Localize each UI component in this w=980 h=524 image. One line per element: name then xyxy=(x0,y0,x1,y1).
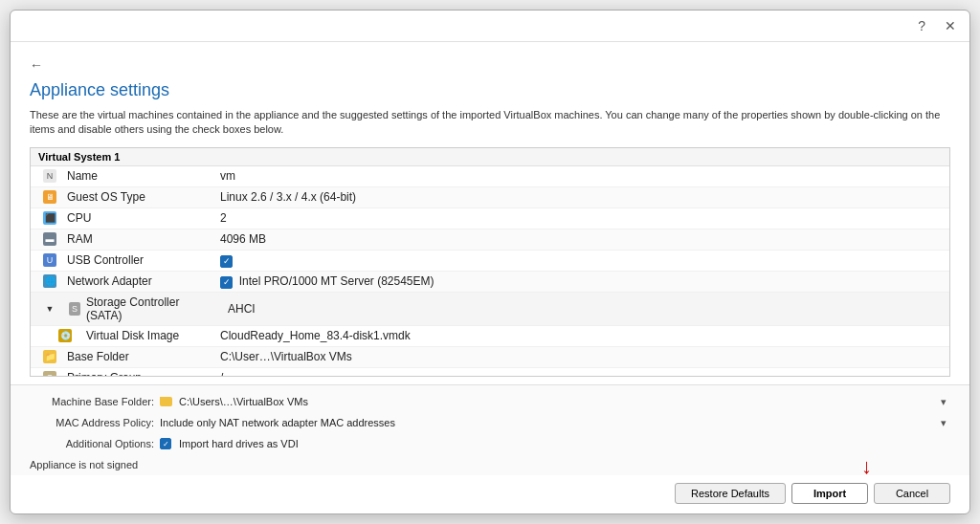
table-row[interactable]: N Name vm xyxy=(31,166,949,187)
row-value: ✓ Intel PRO/1000 MT Server (82545EM) xyxy=(214,272,949,292)
import-arrow-indicator: ↓ xyxy=(861,456,872,477)
group-icon: G xyxy=(31,371,61,377)
group-header: Virtual System 1 xyxy=(31,148,949,166)
row-value: CloudReady_Home_83.4-disk1.vmdk xyxy=(214,326,949,345)
content-area: ← Appliance settings These are the virtu… xyxy=(11,42,969,384)
usb-checkbox[interactable]: ✓ xyxy=(220,255,233,268)
group-header-label: Virtual System 1 xyxy=(38,151,120,163)
row-value: AHCI xyxy=(222,299,949,318)
os-icon: 🖥 xyxy=(31,190,61,204)
main-window: ? ✕ ← Appliance settings These are the v… xyxy=(10,10,970,514)
row-value: Linux 2.6 / 3.x / 4.x (64-bit) xyxy=(214,187,949,207)
row-label: Network Adapter xyxy=(61,272,214,291)
disk-icon: 💿 xyxy=(31,329,80,342)
row-label: CPU xyxy=(61,208,214,228)
row-label: Virtual Disk Image xyxy=(80,326,214,345)
row-label: Storage Controller (SATA) xyxy=(80,293,222,325)
description-text: These are the virtual machines contained… xyxy=(30,108,950,138)
bottom-panel: Machine Base Folder: C:\Users\…\VirtualB… xyxy=(11,384,969,475)
row-label: Primary Group xyxy=(61,368,214,377)
unsigned-row: Appliance is not signed xyxy=(30,454,950,475)
restore-defaults-button[interactable]: Restore Defaults xyxy=(675,483,786,504)
table-row[interactable]: ▼ S Storage Controller (SATA) AHCI xyxy=(31,293,949,326)
table-row[interactable]: G Primary Group / xyxy=(31,368,949,377)
table-row[interactable]: ▬ RAM 4096 MB xyxy=(31,229,949,251)
additional-options-row: Additional Options: ✓ Import hard drives… xyxy=(30,433,950,454)
table-row[interactable]: 📁 Base Folder C:\User…\VirtualBox VMs xyxy=(31,347,949,368)
base-folder-label: Machine Base Folder: xyxy=(30,396,154,407)
network-icon: 🌐 xyxy=(31,274,61,288)
ram-icon: ▬ xyxy=(31,232,61,246)
cpu-icon: ⬛ xyxy=(31,211,61,225)
dropdown-arrow-icon: ▾ xyxy=(941,396,947,408)
base-folder-value[interactable]: C:\Users\…\VirtualBox VMs ▾ xyxy=(160,396,950,408)
table-row[interactable]: U USB Controller ✓ xyxy=(31,251,949,272)
close-icon[interactable]: ✕ xyxy=(941,16,960,35)
title-bar: ? ✕ xyxy=(11,11,969,42)
options-label: Additional Options: xyxy=(30,438,154,449)
cancel-button[interactable]: Cancel xyxy=(874,483,950,504)
mac-label: MAC Address Policy: xyxy=(30,417,154,428)
footer-buttons: ↓ Restore Defaults Import Cancel xyxy=(11,475,969,513)
mac-dropdown-arrow-icon: ▾ xyxy=(941,417,947,429)
settings-table: Virtual System 1 N Name vm 🖥 Guest OS Ty… xyxy=(30,147,950,377)
table-row[interactable]: 🌐 Network Adapter ✓ Intel PRO/1000 MT Se… xyxy=(31,272,949,293)
row-value: / xyxy=(214,368,949,377)
page-title: Appliance settings xyxy=(30,80,950,100)
storage-icon: S xyxy=(61,302,80,316)
row-label: RAM xyxy=(61,229,214,249)
folder-icon: 📁 xyxy=(31,350,61,363)
row-label: USB Controller xyxy=(61,251,214,270)
back-arrow-icon: ← xyxy=(30,57,43,73)
storage-expand-icon: ▼ xyxy=(31,304,61,314)
base-folder-row: Machine Base Folder: C:\Users\…\VirtualB… xyxy=(30,391,950,412)
usb-icon: U xyxy=(31,253,61,267)
table-row[interactable]: 💿 Virtual Disk Image CloudReady_Home_83.… xyxy=(31,326,949,347)
row-value: vm xyxy=(214,166,949,186)
base-folder-icon xyxy=(160,397,172,406)
row-label: Guest OS Type xyxy=(61,187,214,207)
back-nav[interactable]: ← xyxy=(30,57,950,73)
row-value: ✓ xyxy=(214,251,949,271)
import-button[interactable]: Import xyxy=(791,483,868,504)
table-row[interactable]: 🖥 Guest OS Type Linux 2.6 / 3.x / 4.x (6… xyxy=(31,187,949,208)
name-icon: N xyxy=(31,169,61,183)
row-value: 2 xyxy=(214,208,949,228)
unsigned-text: Appliance is not signed xyxy=(30,456,138,473)
row-label: Name xyxy=(61,166,214,186)
net-checkbox[interactable]: ✓ xyxy=(220,276,233,289)
mac-value[interactable]: Include only NAT network adapter MAC add… xyxy=(160,417,950,429)
mac-policy-row: MAC Address Policy: Include only NAT net… xyxy=(30,412,950,433)
options-value: ✓ Import hard drives as VDI xyxy=(160,438,950,449)
vdi-checkbox[interactable]: ✓ xyxy=(160,438,171,449)
table-row[interactable]: ⬛ CPU 2 xyxy=(31,208,949,229)
row-value: 4096 MB xyxy=(214,229,949,249)
row-label: Base Folder xyxy=(61,347,214,366)
help-icon[interactable]: ? xyxy=(914,16,929,35)
row-value: C:\User…\VirtualBox VMs xyxy=(214,347,949,366)
